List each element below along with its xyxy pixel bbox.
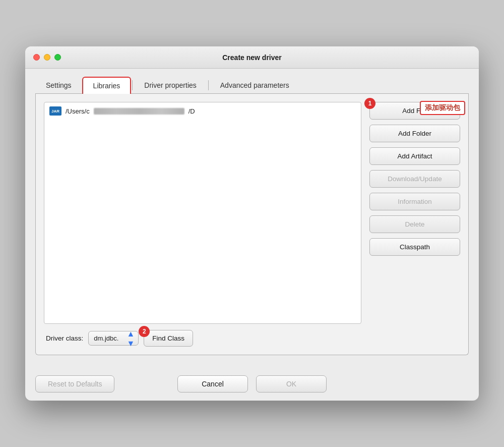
window-title: Create new driver xyxy=(222,53,282,62)
list-item[interactable]: JAR /Users/c /D xyxy=(44,102,361,120)
close-button[interactable] xyxy=(33,54,40,61)
driver-class-select-wrapper: dm.jdbc. ▲ ▼ xyxy=(88,331,139,346)
maximize-button[interactable] xyxy=(54,54,61,61)
add-artifact-button[interactable]: Add Artifact xyxy=(369,147,460,165)
tab-driver-properties[interactable]: Driver properties xyxy=(134,77,207,93)
minimize-button[interactable] xyxy=(44,54,50,61)
badge-1: 1 xyxy=(364,98,375,109)
tab-libraries[interactable]: Libraries xyxy=(82,77,132,94)
library-section: JAR /Users/c /D Driver class: dm.jdbc. xyxy=(44,102,361,347)
classpath-button[interactable]: Classpath xyxy=(369,238,460,256)
library-path-blurred xyxy=(94,108,184,115)
dialog-content: Settings Libraries Driver properties Adv… xyxy=(25,69,479,365)
titlebar: Create new driver xyxy=(25,46,479,69)
window-controls xyxy=(33,54,61,61)
libraries-panel: JAR /Users/c /D Driver class: dm.jdbc. xyxy=(35,94,469,355)
delete-button[interactable]: Delete xyxy=(369,215,460,233)
cancel-button[interactable]: Cancel xyxy=(177,375,248,393)
tab-settings[interactable]: Settings xyxy=(35,77,82,93)
find-class-button[interactable]: Find Class xyxy=(144,330,193,347)
tab-bar: Settings Libraries Driver properties Adv… xyxy=(35,77,469,94)
tab-divider xyxy=(132,80,133,90)
tooltip-annotation: 添加驱动包 xyxy=(420,101,465,115)
driver-class-label: Driver class: xyxy=(46,334,83,342)
tab-divider-2 xyxy=(208,80,209,90)
library-path-suffix: /D xyxy=(188,107,195,115)
tab-advanced-parameters[interactable]: Advanced parameters xyxy=(210,77,300,93)
main-window: Create new driver Settings Libraries Dri… xyxy=(25,46,479,401)
download-update-button[interactable]: Download/Update xyxy=(369,170,460,188)
add-file-wrapper: 1 Add File 添加驱动包 xyxy=(369,102,460,120)
jar-icon: JAR xyxy=(49,106,61,116)
ok-button[interactable]: OK xyxy=(256,375,327,393)
driver-row: Driver class: dm.jdbc. ▲ ▼ 2 Find Class xyxy=(44,330,361,347)
reset-to-defaults-button[interactable]: Reset to Defaults xyxy=(35,375,114,393)
driver-class-select[interactable]: dm.jdbc. xyxy=(88,331,139,346)
action-buttons-panel: 1 Add File 添加驱动包 Add Folder Add Artifact… xyxy=(369,102,460,347)
information-button[interactable]: Information xyxy=(369,193,460,210)
find-class-wrapper: 2 Find Class xyxy=(144,330,193,347)
add-folder-button[interactable]: Add Folder xyxy=(369,125,460,142)
library-list[interactable]: JAR /Users/c /D xyxy=(44,102,361,324)
dialog-footer: Reset to Defaults Cancel OK xyxy=(25,365,479,401)
library-path-prefix: /Users/c xyxy=(66,107,90,115)
